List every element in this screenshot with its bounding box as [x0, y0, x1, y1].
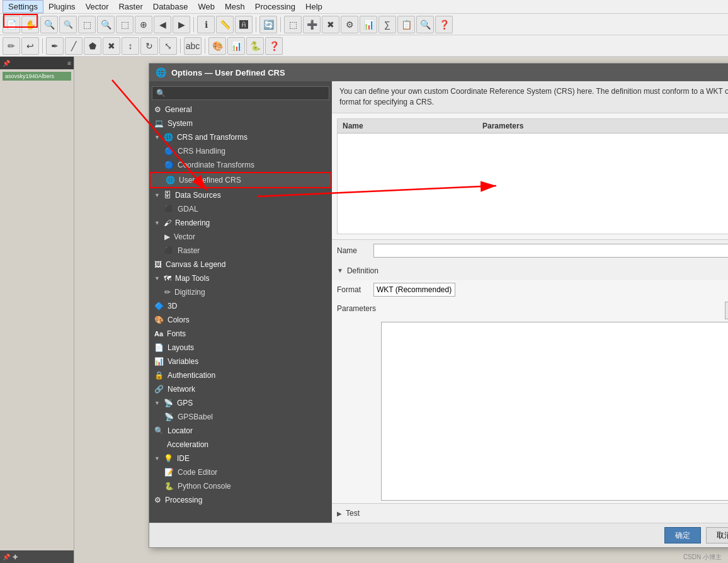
menu-raster[interactable]: Raster	[113, 1, 147, 13]
tb2-chart[interactable]: 📊	[227, 37, 245, 55]
menu-web[interactable]: Web	[193, 1, 220, 13]
name-input[interactable]	[373, 244, 728, 258]
definition-section: ▼ Definition	[332, 261, 728, 280]
tb-new[interactable]: 📄	[3, 16, 20, 33]
content-description: You can define your own custom Coordinat…	[332, 81, 728, 113]
tb2-scale[interactable]: ⤡	[159, 37, 177, 55]
tb-annotations[interactable]: 🅰	[235, 16, 253, 33]
nav-item-processing[interactable]: ⚙ Processing	[149, 493, 332, 507]
tb2-color[interactable]: 🎨	[208, 37, 226, 55]
dialog-body: ⚙ General 💻 System ▼ 🌐 CRS and Transform…	[149, 81, 728, 523]
menu-database[interactable]: Database	[148, 1, 193, 13]
gdal-icon: ⬛	[164, 205, 174, 213]
tb2-line[interactable]: ╱	[65, 37, 82, 55]
tb2-more[interactable]: ❓	[265, 37, 283, 55]
nav-item-data-sources[interactable]: ▼ 🗄 Data Sources	[149, 188, 332, 202]
menu-mesh[interactable]: Mesh	[220, 1, 250, 13]
nav-item-colors[interactable]: 🎨 Colors	[149, 313, 332, 327]
nav-item-locator[interactable]: 🔍 Locator	[149, 424, 332, 438]
nav-item-user-defined-crs[interactable]: 🌐 User Defined CRS	[149, 172, 332, 188]
nav-item-general[interactable]: ⚙ General	[149, 103, 332, 117]
tb-layers[interactable]: ⬚	[284, 16, 302, 33]
nav-item-gps[interactable]: ▼ 📡 GPS	[149, 396, 332, 410]
nav-item-authentication[interactable]: 🔒 Authentication	[149, 368, 332, 382]
nav-item-layouts[interactable]: 📄 Layouts	[149, 341, 332, 355]
map-tools-icon: 🗺	[164, 274, 171, 283]
tb-identify[interactable]: ℹ	[197, 16, 215, 33]
nav-item-system[interactable]: 💻 System	[149, 117, 332, 130]
tb-more2[interactable]: 📊	[360, 16, 377, 33]
tb-refresh[interactable]: 🔄	[259, 16, 277, 33]
gps-icon: 📡	[164, 399, 173, 407]
tb-more1[interactable]: ⚙	[341, 16, 358, 33]
tb-next-extent[interactable]: ▶	[173, 16, 190, 33]
3d-icon: 🔷	[154, 302, 164, 310]
menu-help[interactable]: Help	[300, 1, 327, 13]
nav-item-canvas-legend[interactable]: 🖼 Canvas & Legend	[149, 258, 332, 271]
nav-item-ide[interactable]: ▼ 💡 IDE	[149, 452, 332, 465]
tb-zoom-out[interactable]: 🔍	[59, 16, 77, 33]
nav-item-crs-transforms[interactable]: ▼ 🌐 CRS and Transforms	[149, 130, 332, 144]
crs-transforms-icon: 🌐	[164, 133, 173, 142]
user-crs-icon: 🌐	[166, 176, 175, 185]
tb-remove[interactable]: ✖	[322, 16, 339, 33]
nav-item-digitizing[interactable]: ✏ Digitizing	[149, 285, 332, 299]
cancel-button[interactable]: 取消	[706, 527, 728, 543]
tb-zoom-full[interactable]: ⊕	[135, 16, 152, 33]
tb2-poly[interactable]: ⬟	[84, 37, 101, 55]
menu-vector[interactable]: Vector	[81, 1, 114, 13]
menu-settings[interactable]: Settings	[3, 0, 43, 13]
tb-zoom-layer[interactable]: ⬚	[116, 16, 134, 33]
tb-add[interactable]: ➕	[303, 16, 321, 33]
tb2-label[interactable]: abc	[184, 37, 202, 55]
params-label: Parameters	[337, 302, 376, 501]
tb-prev-extent[interactable]: ◀	[154, 16, 171, 33]
rendering-icon: 🖌	[164, 219, 171, 227]
nav-item-gdal[interactable]: ⬛ GDAL	[149, 202, 332, 216]
tb-pan[interactable]: ✋	[21, 16, 39, 33]
raster-icon: ⬛	[164, 246, 174, 255]
nav-item-raster[interactable]: ⬛ Raster	[149, 244, 332, 258]
menu-processing[interactable]: Processing	[250, 1, 300, 13]
menu-bar: Settings Plugins Vector Raster Database …	[0, 0, 728, 14]
nav-item-crs-handling[interactable]: 🔵 CRS Handling	[149, 144, 332, 158]
tb-help[interactable]: ❓	[435, 16, 453, 33]
tb2-pencil[interactable]: ✒	[46, 37, 64, 55]
tb-zoom-box[interactable]: 🔍	[97, 16, 115, 33]
menu-plugins[interactable]: Plugins	[43, 1, 81, 13]
nav-search-input[interactable]	[152, 86, 329, 100]
params-textarea[interactable]	[381, 322, 728, 501]
test-header[interactable]: ▶ Test	[337, 506, 728, 520]
nav-item-map-tools[interactable]: ▼ 🗺 Map Tools	[149, 271, 332, 285]
tb2-move[interactable]: ↕	[122, 37, 139, 55]
tb-stats[interactable]: ∑	[378, 16, 396, 33]
tb2-undo[interactable]: ↩	[21, 37, 39, 55]
tb-filter[interactable]: 🔍	[416, 16, 434, 33]
nav-item-code-editor[interactable]: 📝 Code Editor	[149, 465, 332, 479]
tb2-sep2	[180, 38, 181, 54]
format-select[interactable]: WKT (Recommended) Proj String	[373, 283, 455, 297]
definition-header[interactable]: ▼ Definition	[337, 264, 728, 278]
nav-item-fonts[interactable]: Aa Fonts	[149, 327, 332, 341]
nav-item-python-console[interactable]: 🐍 Python Console	[149, 479, 332, 493]
toolbar-2: ✏ ↩ ✒ ╱ ⬟ ✖ ↕ ↻ ⤡ abc 🎨 📊 🐍 ❓	[0, 35, 728, 57]
nav-item-acceleration[interactable]: Acceleration	[149, 438, 332, 452]
nav-item-vector[interactable]: ▶ Vector	[149, 230, 332, 244]
nav-item-3d[interactable]: 🔷 3D	[149, 299, 332, 313]
tb2-edit[interactable]: ✏	[3, 37, 20, 55]
tb-more3[interactable]: 📋	[397, 16, 415, 33]
nav-item-network[interactable]: 🔗 Network	[149, 382, 332, 396]
nav-item-gpsbabel[interactable]: 📡 GPSBabel	[149, 410, 332, 424]
copy-params-button[interactable]: 📋	[725, 302, 728, 319]
rendering-expand-arrow: ▼	[154, 220, 160, 226]
tb-select[interactable]: ⬚	[78, 16, 96, 33]
nav-item-variables[interactable]: 📊 Variables	[149, 355, 332, 368]
nav-item-coordinate-transforms[interactable]: 🔵 Coordinate Transforms	[149, 158, 332, 172]
tb2-rotate[interactable]: ↻	[140, 37, 158, 55]
tb2-python[interactable]: 🐍	[246, 37, 264, 55]
tb-measure[interactable]: 📏	[216, 16, 234, 33]
confirm-button[interactable]: 确定	[664, 527, 701, 543]
tb-zoom-in[interactable]: 🔍	[40, 16, 58, 33]
tb2-del[interactable]: ✖	[103, 37, 120, 55]
nav-item-rendering[interactable]: ▼ 🖌 Rendering	[149, 216, 332, 230]
